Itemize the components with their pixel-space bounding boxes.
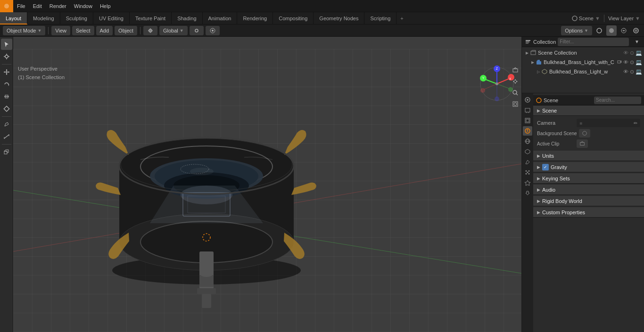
outliner-filter-btn[interactable]: ▼: [633, 38, 641, 46]
svg-rect-82: [526, 40, 530, 41]
tree-item-bulkhead-mesh[interactable]: ▷ Bulkhead_Brass_Light_w 👁 ⊙ 💻: [522, 67, 644, 76]
transform-orient[interactable]: Global ▼: [159, 26, 188, 35]
annotate-tool[interactable]: [1, 119, 12, 130]
tab-sculpting[interactable]: Sculpting: [60, 12, 93, 24]
tab-geometry-nodes[interactable]: Geometry Nodes: [314, 12, 364, 24]
transform-tool[interactable]: [1, 103, 12, 114]
blender-logo: [0, 0, 13, 12]
add-cube-tool[interactable]: [1, 146, 12, 158]
properties-content: Scene ▶ Scene Camera: [533, 93, 644, 332]
view-menu[interactable]: View: [51, 26, 70, 35]
properties-search-input[interactable]: [594, 97, 641, 104]
cursor-tool[interactable]: [1, 51, 12, 62]
camera-view-btn[interactable]: [510, 65, 520, 75]
select-menu[interactable]: Select: [72, 26, 94, 35]
gravity-checkbox[interactable]: ✓: [542, 164, 549, 170]
svg-point-78: [513, 90, 517, 94]
tab-scripting[interactable]: Scripting: [364, 12, 396, 24]
viewport-3d[interactable]: User Perspective (1) Scene Collection X …: [13, 37, 521, 332]
wireframe-mode[interactable]: [594, 25, 604, 36]
material-mode[interactable]: [619, 25, 629, 36]
select-tool[interactable]: [1, 39, 12, 50]
render-properties-icon[interactable]: [523, 95, 532, 105]
svg-point-52: [201, 273, 212, 277]
svg-point-104: [528, 170, 530, 172]
svg-point-109: [582, 131, 586, 136]
properties-layout: Scene ▶ Scene Camera: [522, 93, 644, 332]
svg-marker-111: [581, 141, 583, 143]
physics-properties-icon[interactable]: [523, 178, 532, 187]
proportional-edit[interactable]: [206, 26, 220, 35]
tab-texture-paint[interactable]: Texture Paint: [130, 12, 172, 24]
gravity-section-header[interactable]: ▶ ✓ Gravity: [533, 162, 644, 172]
tab-shading[interactable]: Shading: [172, 12, 202, 24]
tab-modeling[interactable]: Modeling: [27, 12, 60, 24]
scale-tool[interactable]: [1, 91, 12, 102]
add-workspace-button[interactable]: +: [396, 16, 407, 21]
tree-item-bulkhead-collection[interactable]: ▶ Bulkhead_Brass_Light_with_C 👁 ⊙ 💻: [522, 57, 644, 67]
object-menu[interactable]: Object: [115, 26, 137, 35]
tab-layout[interactable]: Layout: [0, 12, 27, 24]
tab-uv-editing[interactable]: UV Editing: [93, 12, 130, 24]
particles-properties-icon[interactable]: [523, 168, 532, 177]
svg-rect-110: [580, 142, 585, 145]
scene-section-header[interactable]: ▶ Scene: [533, 105, 644, 116]
move-tool[interactable]: [1, 66, 12, 78]
svg-marker-22: [6, 73, 7, 75]
scene-properties-icon[interactable]: [523, 126, 532, 136]
audio-section-header[interactable]: ▶ Audio: [533, 185, 644, 195]
view-layer-properties-icon[interactable]: [523, 116, 532, 125]
menu-file[interactable]: File: [13, 0, 29, 12]
collection-icon: [536, 59, 542, 65]
rigid-body-section-header[interactable]: ▶ Rigid Body World: [533, 196, 644, 206]
svg-rect-32: [4, 151, 7, 154]
menu-render[interactable]: Render: [46, 0, 70, 12]
custom-props-section-header[interactable]: ▶ Custom Properties: [533, 207, 644, 218]
object-properties-icon[interactable]: [523, 147, 532, 156]
active-clip-value[interactable]: [577, 139, 588, 148]
viewport-right-tools: [510, 65, 520, 109]
region-overlay-btn[interactable]: [510, 99, 520, 109]
svg-rect-84: [526, 43, 528, 44]
svg-point-107: [527, 172, 528, 173]
view-layer-select[interactable]: View Layer ▼: [608, 16, 640, 21]
scene-collection-icon: [530, 50, 536, 56]
rendered-mode[interactable]: [631, 25, 641, 36]
properties-title: Scene: [544, 97, 558, 103]
options-button[interactable]: Options ▼: [561, 26, 592, 35]
constraints-properties-icon[interactable]: [523, 188, 532, 198]
menu-window[interactable]: Window: [70, 0, 96, 12]
svg-marker-77: [514, 67, 517, 69]
solid-mode[interactable]: [606, 25, 617, 36]
units-section-header[interactable]: ▶ Units: [533, 151, 644, 161]
world-properties-icon[interactable]: [523, 137, 532, 146]
pan-view-btn[interactable]: [510, 76, 520, 87]
tab-compositing[interactable]: Compositing: [273, 12, 314, 24]
outliner-search-input[interactable]: [558, 38, 629, 46]
rotate-tool[interactable]: [1, 79, 12, 90]
measure-tool[interactable]: [1, 131, 12, 142]
custom-props-section: ▶ Custom Properties: [533, 207, 644, 218]
svg-rect-87: [618, 61, 620, 63]
transform-pivot[interactable]: [143, 26, 157, 35]
tree-scene-collection[interactable]: ▶ Scene Collection 👁 ⊙ 💻: [522, 48, 644, 57]
outliner-title: Collection: [533, 39, 556, 45]
snap-toggle[interactable]: [190, 26, 204, 35]
background-scene-value[interactable]: [579, 129, 590, 138]
svg-rect-96: [526, 119, 529, 122]
menu-help[interactable]: Help: [96, 0, 115, 12]
outliner-panel: Collection ▼ ▶ Scene Collection 👁 ⊙ 💻: [522, 37, 644, 93]
svg-rect-85: [531, 51, 536, 55]
tab-animation[interactable]: Animation: [203, 12, 238, 24]
object-mode-dropdown[interactable]: Object Mode ▼: [3, 26, 45, 35]
output-properties-icon[interactable]: [523, 105, 532, 115]
menu-edit[interactable]: Edit: [29, 0, 46, 12]
keying-sets-section-header[interactable]: ▶ Keying Sets: [533, 173, 644, 184]
svg-marker-33: [4, 150, 8, 153]
scene-select[interactable]: Scene ▼: [572, 16, 600, 21]
tab-rendering[interactable]: Rendering: [237, 12, 273, 24]
zoom-view-btn[interactable]: [510, 88, 520, 98]
modifier-properties-icon[interactable]: [523, 157, 532, 167]
camera-value[interactable]: ■ ✏: [577, 119, 640, 127]
add-menu[interactable]: Add: [96, 26, 113, 35]
